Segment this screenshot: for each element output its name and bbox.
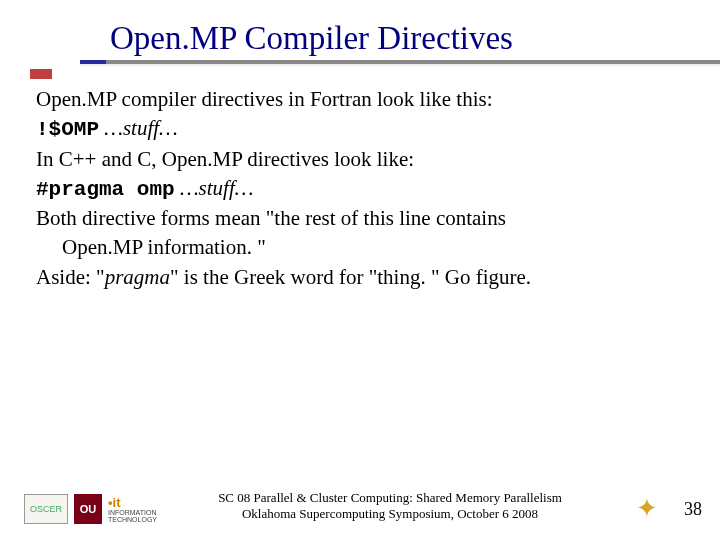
title-block: Open.MP Compiler Directives xyxy=(110,20,680,64)
it-dot-icon: •it xyxy=(108,495,121,510)
body-line-c-intro: In C++ and C, Open.MP directives look li… xyxy=(36,146,680,173)
footer-text: SC 08 Parallel & Cluster Computing: Shar… xyxy=(210,490,570,523)
ou-logo-icon: OU xyxy=(74,494,102,524)
aside-word: pragma xyxy=(105,265,170,289)
body-line-meaning-a: Both directive forms mean "the rest of t… xyxy=(36,205,680,232)
footer-line-2: Oklahoma Supercomputing Symposium, Octob… xyxy=(210,506,570,522)
body-line-c-directive: #pragma omp …stuff… xyxy=(36,175,680,203)
body-line-fortran-intro: Open.MP compiler directives in Fortran l… xyxy=(36,86,680,113)
body-line-fortran-directive: !$OMP …stuff… xyxy=(36,115,680,143)
oscer-logo-icon: OSCER xyxy=(24,494,68,524)
slide-body: Open.MP compiler directives in Fortran l… xyxy=(36,86,680,291)
aside-prefix: Aside: " xyxy=(36,265,105,289)
fortran-code: !$OMP xyxy=(36,118,99,141)
it-logo-text: INFORMATION TECHNOLOGY xyxy=(108,509,157,523)
fortran-stuff: …stuff… xyxy=(104,116,178,140)
footer-logos: OSCER OU •itINFORMATION TECHNOLOGY xyxy=(24,494,162,524)
aside-suffix: " is the Greek word for "thing. " Go fig… xyxy=(170,265,531,289)
it-logo-icon: •itINFORMATION TECHNOLOGY xyxy=(108,494,162,524)
c-code: #pragma omp xyxy=(36,178,175,201)
title-underline xyxy=(80,60,720,64)
body-line-meaning-b: Open.MP information. " xyxy=(36,234,680,261)
star-icon: ✦ xyxy=(636,493,658,524)
slide-title: Open.MP Compiler Directives xyxy=(110,20,680,58)
footer-line-1: SC 08 Parallel & Cluster Computing: Shar… xyxy=(210,490,570,506)
slide: Open.MP Compiler Directives Open.MP comp… xyxy=(0,0,720,540)
accent-bar-icon xyxy=(30,69,52,79)
c-stuff: …stuff… xyxy=(180,176,254,200)
body-line-aside: Aside: "pragma" is the Greek word for "t… xyxy=(36,264,680,291)
page-number: 38 xyxy=(684,499,702,520)
slide-footer: OSCER OU •itINFORMATION TECHNOLOGY SC 08… xyxy=(0,474,720,530)
